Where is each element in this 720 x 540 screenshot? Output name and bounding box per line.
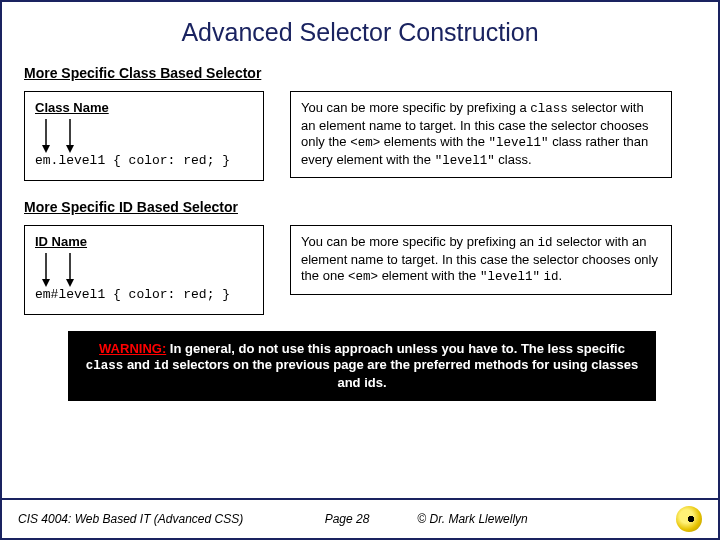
css-code: em.level1 { color: red; } [35, 153, 253, 168]
codebox-class: Class Name em.level1 { color: red; } [24, 91, 264, 181]
warning-box: WARNING: In general, do not use this app… [68, 331, 656, 401]
inline-code: "level1" [435, 154, 495, 168]
row-id-selector: ID Name em#level1 { color: red; } You ca… [24, 225, 700, 315]
section-heading-class: More Specific Class Based Selector [24, 65, 700, 81]
arrow-down-icon [41, 119, 51, 153]
explain-id: You can be more specific by prefixing an… [290, 225, 672, 295]
inline-code: id [544, 270, 559, 284]
slide: Advanced Selector Construction More Spec… [0, 0, 720, 540]
content: More Specific Class Based Selector Class… [2, 55, 718, 401]
footer-page: Page 28 [325, 512, 370, 526]
inline-code: id [538, 236, 553, 250]
explain-class: You can be more specific by prefixing a … [290, 91, 672, 178]
css-code: em#level1 { color: red; } [35, 287, 253, 302]
warning-label: WARNING: [99, 341, 166, 356]
text: . [559, 268, 563, 283]
footer: CIS 4004: Web Based IT (Advanced CSS) Pa… [2, 498, 718, 538]
svg-marker-5 [42, 279, 50, 287]
section-heading-id: More Specific ID Based Selector [24, 199, 700, 215]
arrow-down-icon [65, 119, 75, 153]
inline-code: <em> [350, 136, 380, 150]
arrow-down-icon [41, 253, 51, 287]
page-title: Advanced Selector Construction [2, 2, 718, 55]
inline-code: id [154, 359, 169, 373]
codebox-label: Class Name [35, 100, 253, 115]
text: selectors on the previous page are the p… [169, 357, 639, 390]
codebox-label: ID Name [35, 234, 253, 249]
text: In general, do not use this approach unl… [166, 341, 625, 356]
ucf-logo-icon [676, 506, 702, 532]
inline-code: "level1" [480, 270, 540, 284]
text: class. [495, 152, 532, 167]
footer-course: CIS 4004: Web Based IT (Advanced CSS) [18, 512, 277, 526]
arrow-down-icon [65, 253, 75, 287]
text: elements with the [380, 134, 488, 149]
inline-code: class [530, 102, 568, 116]
text: You can be more specific by prefixing an [301, 234, 538, 249]
svg-marker-7 [66, 279, 74, 287]
text: and [123, 357, 153, 372]
text: You can be more specific by prefixing a [301, 100, 530, 115]
text: element with the [378, 268, 480, 283]
svg-marker-3 [66, 145, 74, 153]
arrow-group [41, 253, 253, 287]
arrow-group [41, 119, 253, 153]
inline-code: class [86, 359, 124, 373]
row-class-selector: Class Name em.level1 { color: red; } You… [24, 91, 700, 181]
svg-marker-1 [42, 145, 50, 153]
inline-code: "level1" [489, 136, 549, 150]
footer-copyright: © Dr. Mark Llewellyn [417, 512, 676, 526]
codebox-id: ID Name em#level1 { color: red; } [24, 225, 264, 315]
inline-code: <em> [348, 270, 378, 284]
